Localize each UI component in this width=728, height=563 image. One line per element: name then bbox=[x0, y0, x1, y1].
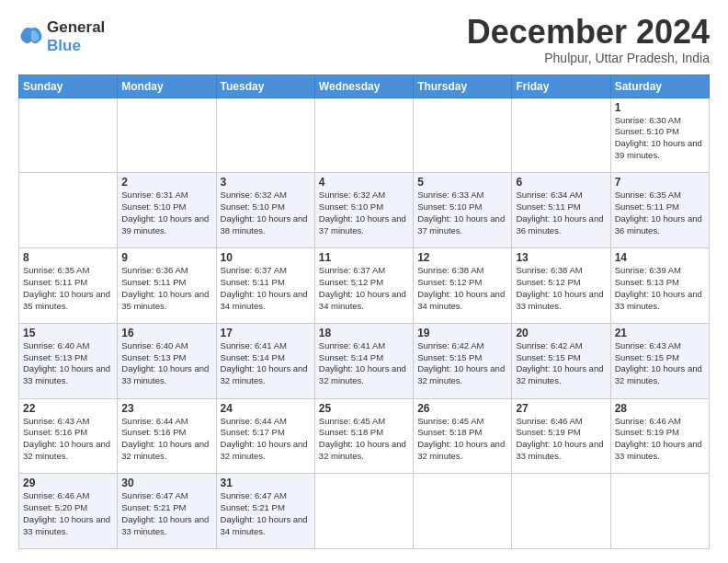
cell-content: Sunrise: 6:42 AMSunset: 5:15 PMDaylight:… bbox=[516, 340, 606, 387]
table-row: 16Sunrise: 6:40 AMSunset: 5:13 PMDayligh… bbox=[118, 323, 216, 398]
day-number: 4 bbox=[319, 176, 409, 189]
cell-content: Sunrise: 6:42 AMSunset: 5:15 PMDaylight:… bbox=[417, 340, 507, 387]
table-row: 21Sunrise: 6:43 AMSunset: 5:15 PMDayligh… bbox=[610, 323, 709, 398]
cell-content: Sunrise: 6:43 AMSunset: 5:15 PMDaylight:… bbox=[615, 340, 705, 387]
day-number: 28 bbox=[615, 402, 705, 415]
table-row: 6Sunrise: 6:34 AMSunset: 5:11 PMDaylight… bbox=[512, 173, 610, 248]
cell-content: Sunrise: 6:41 AMSunset: 5:14 PMDaylight:… bbox=[221, 340, 311, 387]
day-number: 2 bbox=[121, 176, 211, 189]
cell-content: Sunrise: 6:33 AMSunset: 5:10 PMDaylight:… bbox=[417, 190, 507, 236]
day-number: 19 bbox=[417, 327, 507, 339]
page: General Blue December 2024 Phulpur, Utta… bbox=[0, 0, 728, 563]
cell-content: Sunrise: 6:37 AMSunset: 5:12 PMDaylight:… bbox=[319, 265, 409, 312]
cell-content: Sunrise: 6:38 AMSunset: 5:12 PMDaylight:… bbox=[516, 265, 606, 312]
cell-content: Sunrise: 6:46 AMSunset: 5:19 PMDaylight:… bbox=[615, 416, 705, 463]
table-row: 7Sunrise: 6:35 AMSunset: 5:11 PMDaylight… bbox=[610, 173, 709, 248]
table-row: 14Sunrise: 6:39 AMSunset: 5:13 PMDayligh… bbox=[610, 248, 709, 324]
table-row bbox=[118, 98, 216, 173]
day-number: 30 bbox=[121, 477, 211, 489]
day-number: 22 bbox=[23, 402, 113, 415]
cell-content: Sunrise: 6:38 AMSunset: 5:12 PMDaylight:… bbox=[417, 265, 507, 312]
table-row: 13Sunrise: 6:38 AMSunset: 5:12 PMDayligh… bbox=[512, 248, 610, 324]
table-row bbox=[414, 98, 512, 173]
table-row: 18Sunrise: 6:41 AMSunset: 5:14 PMDayligh… bbox=[314, 323, 413, 398]
logo-text: General Blue bbox=[47, 18, 105, 56]
calendar-week-5: 29Sunrise: 6:46 AMSunset: 5:20 PMDayligh… bbox=[19, 474, 710, 549]
cell-content: Sunrise: 6:39 AMSunset: 5:13 PMDaylight:… bbox=[615, 265, 705, 312]
col-wednesday: Wednesday bbox=[314, 75, 413, 98]
calendar-week-4: 22Sunrise: 6:43 AMSunset: 5:16 PMDayligh… bbox=[19, 398, 710, 474]
cell-content: Sunrise: 6:45 AMSunset: 5:18 PMDaylight:… bbox=[417, 416, 507, 463]
day-number: 1 bbox=[615, 101, 705, 114]
table-row: 31Sunrise: 6:47 AMSunset: 5:21 PMDayligh… bbox=[216, 474, 314, 549]
calendar-week-1: 2Sunrise: 6:31 AMSunset: 5:10 PMDaylight… bbox=[19, 173, 710, 248]
table-row bbox=[19, 173, 118, 248]
day-number: 3 bbox=[221, 176, 311, 189]
cell-content: Sunrise: 6:37 AMSunset: 5:11 PMDaylight:… bbox=[221, 265, 311, 312]
day-number: 6 bbox=[516, 176, 606, 189]
day-number: 12 bbox=[417, 251, 507, 264]
col-tuesday: Tuesday bbox=[216, 75, 314, 98]
col-saturday: Saturday bbox=[610, 75, 709, 98]
cell-content: Sunrise: 6:46 AMSunset: 5:19 PMDaylight:… bbox=[516, 416, 606, 463]
day-number: 25 bbox=[319, 402, 409, 415]
day-number: 27 bbox=[516, 402, 606, 415]
table-row: 3Sunrise: 6:32 AMSunset: 5:10 PMDaylight… bbox=[216, 173, 314, 248]
cell-content: Sunrise: 6:35 AMSunset: 5:11 PMDaylight:… bbox=[615, 190, 705, 236]
col-thursday: Thursday bbox=[414, 75, 512, 98]
cell-content: Sunrise: 6:34 AMSunset: 5:11 PMDaylight:… bbox=[516, 190, 606, 236]
logo-general: General bbox=[47, 18, 105, 37]
title-area: December 2024 Phulpur, Uttar Pradesh, In… bbox=[467, 14, 710, 65]
logo: General Blue bbox=[18, 18, 105, 56]
table-row bbox=[610, 474, 709, 549]
table-row: 26Sunrise: 6:45 AMSunset: 5:18 PMDayligh… bbox=[414, 398, 512, 474]
calendar-week-3: 15Sunrise: 6:40 AMSunset: 5:13 PMDayligh… bbox=[19, 323, 710, 398]
day-number: 26 bbox=[417, 402, 507, 415]
table-row bbox=[216, 98, 314, 173]
cell-content: Sunrise: 6:47 AMSunset: 5:21 PMDaylight:… bbox=[221, 490, 311, 537]
table-row: 22Sunrise: 6:43 AMSunset: 5:16 PMDayligh… bbox=[19, 398, 118, 474]
calendar-week-0: 1Sunrise: 6:30 AMSunset: 5:10 PMDaylight… bbox=[19, 98, 710, 173]
col-sunday: Sunday bbox=[19, 75, 118, 98]
header: General Blue December 2024 Phulpur, Utta… bbox=[18, 14, 710, 65]
day-number: 7 bbox=[615, 176, 705, 189]
col-monday: Monday bbox=[118, 75, 216, 98]
table-row: 9Sunrise: 6:36 AMSunset: 5:11 PMDaylight… bbox=[118, 248, 216, 324]
day-number: 14 bbox=[615, 251, 705, 264]
logo-icon bbox=[18, 24, 44, 50]
cell-content: Sunrise: 6:43 AMSunset: 5:16 PMDaylight:… bbox=[23, 416, 113, 463]
table-row: 15Sunrise: 6:40 AMSunset: 5:13 PMDayligh… bbox=[19, 323, 118, 398]
day-number: 11 bbox=[319, 251, 409, 264]
cell-content: Sunrise: 6:45 AMSunset: 5:18 PMDaylight:… bbox=[319, 416, 409, 463]
day-number: 31 bbox=[221, 477, 311, 489]
day-number: 8 bbox=[23, 251, 113, 264]
table-row: 30Sunrise: 6:47 AMSunset: 5:21 PMDayligh… bbox=[118, 474, 216, 549]
day-number: 20 bbox=[516, 327, 606, 339]
cell-content: Sunrise: 6:46 AMSunset: 5:20 PMDaylight:… bbox=[23, 490, 113, 537]
table-row bbox=[314, 98, 413, 173]
table-row: 23Sunrise: 6:44 AMSunset: 5:16 PMDayligh… bbox=[118, 398, 216, 474]
cell-content: Sunrise: 6:30 AMSunset: 5:10 PMDaylight:… bbox=[615, 115, 705, 162]
table-row: 29Sunrise: 6:46 AMSunset: 5:20 PMDayligh… bbox=[19, 474, 118, 549]
day-number: 17 bbox=[221, 327, 311, 339]
table-row: 27Sunrise: 6:46 AMSunset: 5:19 PMDayligh… bbox=[512, 398, 610, 474]
cell-content: Sunrise: 6:41 AMSunset: 5:14 PMDaylight:… bbox=[319, 340, 409, 387]
day-number: 23 bbox=[121, 402, 211, 415]
table-row: 17Sunrise: 6:41 AMSunset: 5:14 PMDayligh… bbox=[216, 323, 314, 398]
cell-content: Sunrise: 6:44 AMSunset: 5:16 PMDaylight:… bbox=[121, 416, 211, 463]
cell-content: Sunrise: 6:40 AMSunset: 5:13 PMDaylight:… bbox=[23, 340, 113, 387]
table-row: 11Sunrise: 6:37 AMSunset: 5:12 PMDayligh… bbox=[314, 248, 413, 324]
col-friday: Friday bbox=[512, 75, 610, 98]
month-title: December 2024 bbox=[467, 14, 710, 51]
cell-content: Sunrise: 6:40 AMSunset: 5:13 PMDaylight:… bbox=[121, 340, 211, 387]
table-row: 12Sunrise: 6:38 AMSunset: 5:12 PMDayligh… bbox=[414, 248, 512, 324]
table-row bbox=[19, 98, 118, 173]
day-number: 18 bbox=[319, 327, 409, 339]
cell-content: Sunrise: 6:47 AMSunset: 5:21 PMDaylight:… bbox=[121, 490, 211, 537]
day-number: 9 bbox=[121, 251, 211, 264]
day-number: 29 bbox=[23, 477, 113, 489]
cell-content: Sunrise: 6:32 AMSunset: 5:10 PMDaylight:… bbox=[221, 190, 311, 236]
table-row: 2Sunrise: 6:31 AMSunset: 5:10 PMDaylight… bbox=[118, 173, 216, 248]
table-row: 20Sunrise: 6:42 AMSunset: 5:15 PMDayligh… bbox=[512, 323, 610, 398]
day-number: 13 bbox=[516, 251, 606, 264]
